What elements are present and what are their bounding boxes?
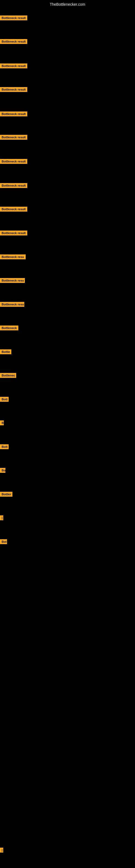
bottleneck-label-23: Bot	[0, 539, 7, 544]
bottleneck-badge-10: Bottleneck result	[0, 230, 27, 237]
bottleneck-label-17: Bott	[0, 397, 9, 402]
bottleneck-label-11: Bottleneck resu	[0, 254, 26, 259]
bottleneck-label-14: Bottleneck	[0, 326, 18, 330]
bottleneck-label-6: Bottleneck result	[0, 135, 27, 140]
bottleneck-label-4: Bottleneck result	[0, 87, 27, 92]
bottleneck-badge-13: Bottleneck resu	[0, 302, 24, 308]
site-title: TheBottlenecker.com	[0, 0, 135, 9]
bottleneck-badge-23: Bot	[0, 539, 7, 545]
bottleneck-label-19: Bott	[0, 444, 9, 449]
bottleneck-label-21: Bottler	[0, 492, 12, 497]
bottleneck-badge-14: Bottleneck	[0, 326, 18, 332]
bottleneck-badge-19: Bott	[0, 444, 9, 450]
bottleneck-label-20: Bo	[0, 468, 5, 473]
bottleneck-badge-18: B	[0, 421, 4, 426]
bottleneck-label-2: Bottleneck result	[0, 39, 27, 44]
bottleneck-badge-36: |	[0, 848, 3, 854]
bottleneck-badge-11: Bottleneck resu	[0, 254, 26, 260]
bottleneck-badge-1: Bottleneck result	[0, 16, 27, 22]
bottleneck-badge-7: Bottleneck result	[0, 159, 27, 165]
bottleneck-label-5: Bottleneck result	[0, 112, 27, 116]
bottleneck-label-15: Bottle	[0, 349, 11, 354]
bottleneck-badge-6: Bottleneck result	[0, 135, 27, 141]
bottleneck-badge-20: Bo	[0, 468, 5, 474]
bottleneck-label-18: B	[0, 421, 4, 425]
bottleneck-label-13: Bottleneck resu	[0, 302, 24, 307]
bottleneck-label-8: Bottleneck result	[0, 183, 27, 188]
bottleneck-label-1: Bottleneck result	[0, 16, 27, 20]
bottleneck-badge-22: |	[0, 516, 3, 521]
bottleneck-badge-16: Bottlenec	[0, 373, 16, 379]
bottleneck-badge-21: Bottler	[0, 492, 12, 498]
bottleneck-label-12: Bottleneck resu	[0, 278, 25, 283]
bottleneck-label-3: Bottleneck result	[0, 63, 27, 68]
bottleneck-badge-15: Bottle	[0, 349, 11, 355]
bottleneck-badge-5: Bottleneck result	[0, 112, 27, 118]
bottleneck-badge-17: Bott	[0, 397, 9, 403]
bottleneck-badge-2: Bottleneck result	[0, 39, 27, 45]
bottleneck-label-16: Bottlenec	[0, 373, 16, 378]
bottleneck-label-9: Bottleneck result	[0, 207, 27, 212]
bottleneck-badge-8: Bottleneck result	[0, 183, 27, 189]
bottleneck-label-22: |	[0, 516, 3, 520]
bottleneck-badge-9: Bottleneck result	[0, 207, 27, 213]
bottleneck-badge-12: Bottleneck resu	[0, 278, 25, 284]
bottleneck-label-7: Bottleneck result	[0, 159, 27, 164]
bottleneck-badge-3: Bottleneck result	[0, 63, 27, 69]
bottleneck-label-36: |	[0, 848, 3, 852]
bottleneck-badge-4: Bottleneck result	[0, 87, 27, 93]
bottleneck-label-10: Bottleneck result	[0, 230, 27, 236]
